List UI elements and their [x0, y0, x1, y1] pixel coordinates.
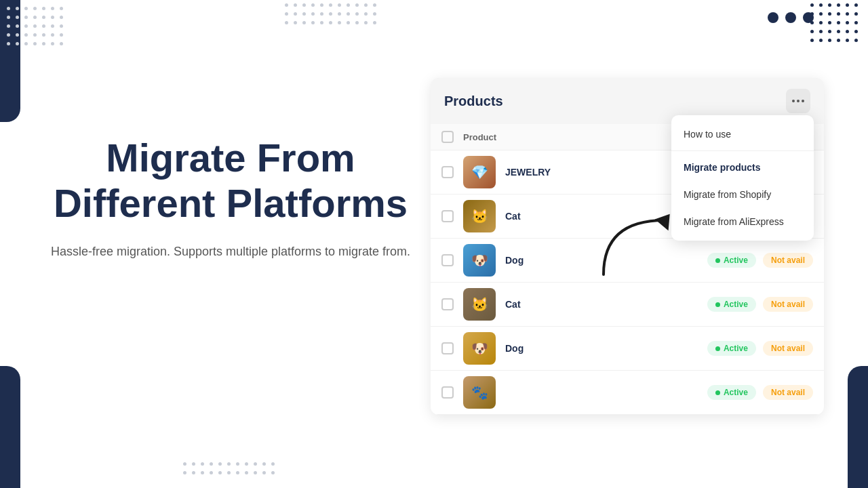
table-row: 🐱 Cat Active Not avail [431, 283, 824, 327]
menu-divider [671, 150, 814, 151]
active-dot [715, 258, 720, 263]
row-checkbox[interactable] [441, 254, 454, 266]
more-dot-2 [797, 100, 800, 102]
not-avail-badge: Not avail [763, 341, 813, 356]
dots-top-left [7, 7, 63, 45]
table-row: 🐶 Dog Active Not avail [431, 239, 824, 283]
select-all-checkbox[interactable] [441, 131, 454, 143]
menu-item-migrate-products[interactable]: Migrate products [671, 154, 814, 181]
menu-item-migrate-shopify[interactable]: Migrate from Shopify [671, 181, 814, 208]
not-avail-badge: Not avail [763, 385, 813, 400]
three-dots-decoration [768, 12, 814, 23]
hero-section: Migrate From Different Platforms Hassle-… [41, 136, 420, 262]
active-dot [715, 390, 720, 395]
active-badge: Active [707, 253, 756, 268]
product-image: 🐱 [463, 288, 496, 321]
table-row: 🐾 Active Not avail [431, 371, 824, 415]
row-checkbox[interactable] [441, 342, 454, 354]
active-dot [715, 346, 720, 351]
dots-top-center [285, 3, 376, 24]
more-options-button[interactable] [786, 89, 810, 113]
row-checkbox[interactable] [441, 298, 454, 310]
product-image: 🐱 [463, 200, 496, 232]
product-image: 🐾 [463, 376, 496, 409]
dots-top-right [810, 3, 858, 42]
row-checkbox[interactable] [441, 386, 454, 399]
product-image: 🐶 [463, 332, 496, 365]
decorative-shape-right-bottom [848, 366, 868, 488]
panel-title: Products [444, 94, 503, 109]
active-badge: Active [707, 297, 756, 312]
dropdown-menu: How to use Migrate products Migrate from… [671, 115, 814, 241]
product-image: 🐶 [463, 244, 496, 277]
row-checkbox[interactable] [441, 210, 454, 222]
decorative-shape-left-bottom [0, 366, 20, 488]
more-dot-1 [792, 100, 795, 102]
not-avail-badge: Not avail [763, 297, 813, 312]
dots-bottom-center [183, 462, 275, 474]
menu-item-how-to-use[interactable]: How to use [671, 121, 814, 148]
table-row: 🐶 Dog Active Not avail [431, 327, 824, 371]
more-dot-3 [802, 100, 804, 102]
row-checkbox[interactable] [441, 166, 454, 178]
product-name: Dog [505, 343, 707, 354]
not-avail-badge: Not avail [763, 253, 813, 268]
active-badge: Active [707, 385, 756, 400]
product-name: Cat [505, 299, 707, 310]
active-badge: Active [707, 341, 756, 356]
active-dot [715, 302, 720, 307]
hero-title: Migrate From Different Platforms [41, 136, 420, 226]
menu-item-migrate-aliexpress[interactable]: Migrate from AliExpress [671, 208, 814, 235]
product-image: 💎 [463, 156, 496, 188]
product-name: Dog [505, 255, 707, 266]
hero-subtitle: Hassle-free migration. Supports multiple… [41, 242, 420, 262]
